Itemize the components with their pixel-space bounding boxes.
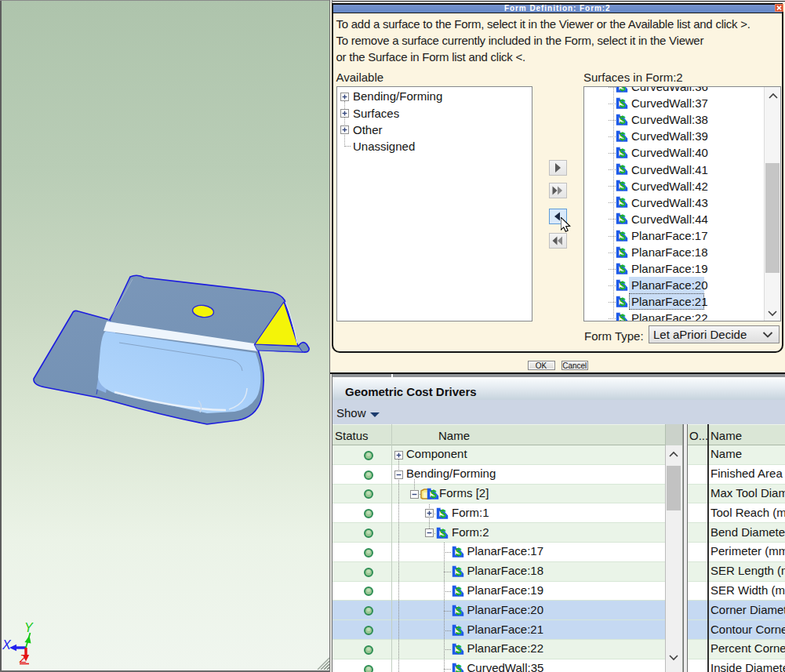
svg-text:Y: Y xyxy=(24,621,34,634)
svg-text:X: X xyxy=(2,638,12,652)
